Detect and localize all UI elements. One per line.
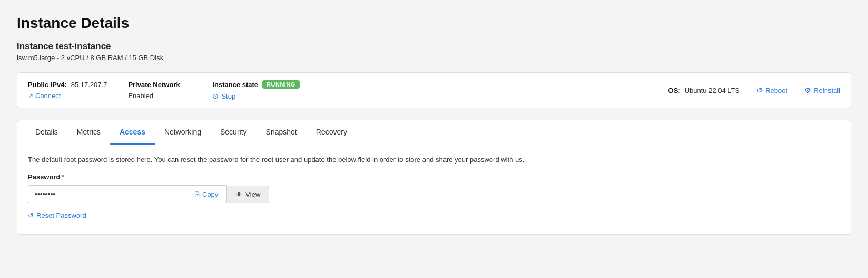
os-label: OS: (668, 87, 680, 94)
os-row: OS: Ubuntu 22.04 LTS (668, 87, 740, 94)
reinstall-icon (804, 86, 811, 94)
public-ipv4-value: 85.17.207.7 (71, 81, 107, 89)
copy-label: Copy (202, 190, 218, 198)
view-button[interactable]: View (226, 186, 269, 203)
eye-icon (235, 190, 242, 198)
tab-metrics[interactable]: Metrics (67, 120, 110, 145)
tab-snapshot[interactable]: Snapshot (257, 120, 307, 145)
reset-password-link[interactable]: Reset Password (28, 212, 840, 219)
tabs-bar: Details Metrics Access Networking Securi… (17, 120, 851, 145)
info-bar: Public IPv4: 85.17.207.7 Connect Private… (17, 72, 851, 108)
reinstall-link[interactable]: Reinstall (804, 86, 840, 94)
required-star: * (61, 173, 64, 181)
page-wrapper: Instance Details Instance test-instance … (0, 0, 868, 278)
page-title: Instance Details (17, 15, 851, 32)
access-description: The default root password is stored here… (28, 156, 840, 164)
tab-recovery[interactable]: Recovery (307, 120, 357, 145)
tab-details[interactable]: Details (26, 120, 67, 145)
password-input[interactable] (28, 185, 186, 203)
view-label: View (245, 190, 260, 198)
reboot-link[interactable]: Reboot (756, 86, 787, 94)
info-bar-right: OS: Ubuntu 22.04 LTS Reboot Reinstall (668, 86, 840, 94)
tab-access[interactable]: Access (110, 120, 155, 145)
instance-name: Instance test-instance (17, 41, 851, 52)
private-network-label: Private Network (128, 81, 191, 89)
tab-content-access: The default root password is stored here… (17, 145, 851, 234)
running-badge: RUNNING (262, 80, 300, 89)
tab-networking[interactable]: Networking (155, 120, 211, 145)
reinstall-label: Reinstall (814, 87, 840, 94)
reset-label: Reset Password (36, 212, 86, 219)
stop-icon (212, 92, 219, 100)
instance-state-row: Instance state RUNNING (212, 80, 300, 89)
arrow-up-right-icon (28, 92, 33, 100)
instance-state-label: Instance state (212, 81, 258, 89)
instance-spec: lsw.m5.large - 2 vCPU / 8 GB RAM / 15 GB… (17, 54, 851, 62)
password-label: Password (28, 173, 60, 181)
public-ipv4-section: Public IPv4: 85.17.207.7 Connect (28, 81, 107, 100)
reboot-label: Reboot (765, 87, 787, 94)
os-value: Ubuntu 22.04 LTS (685, 87, 740, 94)
tabs-container: Details Metrics Access Networking Securi… (17, 120, 851, 235)
stop-label: Stop (221, 92, 235, 100)
reboot-icon (756, 86, 763, 94)
instance-state-section: Instance state RUNNING Stop (212, 80, 300, 100)
connect-link[interactable]: Connect (28, 92, 107, 100)
password-row: Copy View (28, 185, 312, 203)
connect-label: Connect (35, 92, 61, 100)
stop-link[interactable]: Stop (212, 92, 300, 100)
public-ipv4-row: Public IPv4: 85.17.207.7 (28, 81, 107, 89)
password-label-row: Password * (28, 173, 840, 181)
private-network-value: Enabled (128, 92, 191, 100)
tab-security[interactable]: Security (211, 120, 257, 145)
reset-icon (28, 212, 34, 219)
copy-button[interactable]: Copy (186, 185, 226, 203)
public-ipv4-label: Public IPv4: (28, 81, 67, 89)
copy-icon (195, 190, 199, 198)
private-network-section: Private Network Enabled (128, 81, 191, 100)
